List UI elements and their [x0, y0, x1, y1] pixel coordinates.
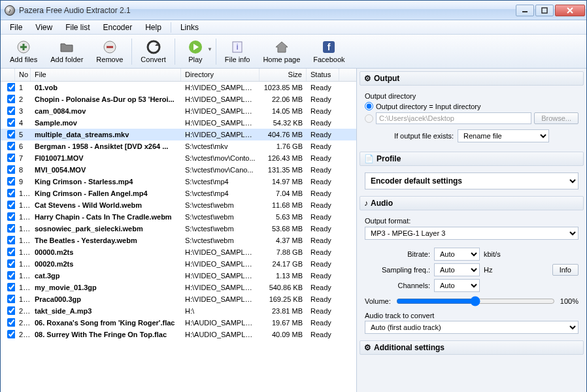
- row-no: 10: [15, 189, 31, 198]
- menu-encoder[interactable]: Encoder: [96, 22, 139, 33]
- output-section-header[interactable]: ⚙ Output: [360, 71, 584, 86]
- table-row[interactable]: 2208. Surrey With The Fringe On Top.flac…: [1, 329, 356, 340]
- home-page-button[interactable]: Home page: [256, 37, 307, 66]
- output-dir-same-radio[interactable]: [365, 102, 373, 110]
- row-checkbox[interactable]: [7, 106, 15, 115]
- browse-button[interactable]: Browse...: [534, 112, 579, 124]
- row-checkbox[interactable]: [7, 189, 15, 197]
- row-checkbox[interactable]: [7, 236, 15, 244]
- toolbar: Add filesAdd folderRemoveConvertPlay▼iFi…: [1, 35, 586, 69]
- facebook-button[interactable]: fFacebook: [307, 37, 351, 66]
- table-row[interactable]: 12Harry Chapin - Cats In The Cradle.webm…: [1, 211, 356, 223]
- output-dir-custom-radio[interactable]: [365, 114, 373, 123]
- info-button[interactable]: Info: [552, 264, 579, 276]
- table-row[interactable]: 17cat.3gpH:\VIDEO_SAMPLES\...1.13 MBRead…: [1, 270, 356, 282]
- column-no[interactable]: No: [15, 69, 31, 81]
- table-row[interactable]: 18my_movie_01.3gpH:\VIDEO_SAMPLES\...540…: [1, 282, 356, 293]
- table-row[interactable]: 4Sample.movH:\VIDEO_SAMPLES\...54.32 KBR…: [1, 117, 356, 129]
- row-checkbox[interactable]: [7, 118, 15, 127]
- play-button[interactable]: Play▼: [177, 37, 214, 66]
- table-row[interactable]: 10King Crimson - Fallen Angel.mp4S:\vcte…: [1, 188, 356, 199]
- column-checkbox[interactable]: [1, 69, 15, 81]
- row-filename: FI010071.MOV: [31, 154, 181, 163]
- convert-button[interactable]: Convert: [134, 37, 173, 66]
- row-checkbox[interactable]: [7, 330, 15, 338]
- row-checkbox[interactable]: [7, 259, 15, 268]
- add-files-button[interactable]: Add files: [3, 37, 44, 66]
- table-row[interactable]: 2Chopin - Polonaise As-Dur op 53 'Heroi.…: [1, 93, 356, 105]
- volume-slider[interactable]: [396, 296, 555, 306]
- dropdown-caret-icon[interactable]: ▼: [207, 46, 212, 52]
- row-checkbox[interactable]: [7, 295, 15, 303]
- profile-select[interactable]: Encoder default settings: [365, 172, 579, 189]
- output-exists-select[interactable]: Rename file: [458, 129, 549, 142]
- maximize-button[interactable]: [535, 5, 554, 16]
- audio-track-select[interactable]: Auto (first audio track): [365, 321, 579, 334]
- row-checkbox[interactable]: [7, 130, 15, 139]
- row-checkbox[interactable]: [7, 318, 15, 327]
- list-body[interactable]: 101.vobH:\VIDEO_SAMPLES\...1023.85 MBRea…: [1, 82, 356, 392]
- titlebar[interactable]: ♪ Pazera Free Audio Extractor 2.1: [1, 1, 586, 20]
- column-directory[interactable]: Directory: [181, 69, 260, 81]
- row-checkbox[interactable]: [7, 271, 15, 280]
- row-no: 19: [15, 295, 31, 304]
- menubar: FileViewFile listEncoderHelpLinks: [1, 20, 586, 35]
- svg-point-9: [148, 41, 159, 53]
- row-no: 11: [15, 201, 31, 210]
- table-row[interactable]: 101.vobH:\VIDEO_SAMPLES\...1023.85 MBRea…: [1, 82, 356, 93]
- table-row[interactable]: 19Praca000.3gpH:\VIDEO_SAMPLES\...169.25…: [1, 293, 356, 305]
- output-dir-path-input[interactable]: [376, 112, 531, 124]
- menu-help[interactable]: Help: [139, 22, 168, 33]
- row-checkbox[interactable]: [7, 154, 15, 162]
- sampling-freq-select[interactable]: Auto: [434, 263, 480, 276]
- column-status[interactable]: Status: [307, 69, 339, 81]
- close-button[interactable]: [555, 5, 585, 16]
- row-checkbox[interactable]: [7, 283, 15, 291]
- row-status: Ready: [307, 248, 339, 257]
- additional-section-header[interactable]: ⚙ Additional settings: [360, 340, 584, 355]
- table-row[interactable]: 9King Crimson - Starless.mp4S:\vctest\mp…: [1, 176, 356, 188]
- menu-file[interactable]: File: [3, 22, 29, 33]
- table-row[interactable]: 11Cat Stevens - Wild World.webmS:\vctest…: [1, 199, 356, 211]
- row-checkbox[interactable]: [7, 306, 15, 315]
- row-checkbox[interactable]: [7, 142, 15, 150]
- profile-section-header[interactable]: 📄 Profile: [360, 152, 584, 166]
- row-size: 14.97 MB: [260, 177, 307, 186]
- row-checkbox[interactable]: [7, 201, 15, 209]
- row-filename: 06. Roxana's Song from 'King Roger'.flac: [31, 318, 181, 327]
- menu-links[interactable]: Links: [174, 22, 205, 33]
- table-row[interactable]: 13sosnowiec_park_sielecki.webmS:\vctest\…: [1, 223, 356, 235]
- file-info-button[interactable]: iFile info: [218, 37, 257, 66]
- row-directory: S:\vctest\webm: [181, 224, 260, 233]
- column-size[interactable]: Size: [260, 69, 307, 81]
- channels-select[interactable]: Auto: [434, 279, 480, 292]
- bitrate-select[interactable]: Auto: [434, 248, 480, 261]
- row-checkbox[interactable]: [7, 165, 15, 174]
- table-row[interactable]: 14The Beatles - Yesterday.webmS:\vctest\…: [1, 235, 356, 246]
- output-format-select[interactable]: MP3 - MPEG-1 Layer 3: [365, 227, 579, 240]
- row-checkbox[interactable]: [7, 177, 15, 186]
- table-row[interactable]: 7FI010071.MOVS:\vctest\mov\Conto...126.4…: [1, 152, 356, 164]
- row-checkbox[interactable]: [7, 95, 15, 103]
- menu-view[interactable]: View: [29, 22, 59, 33]
- table-row[interactable]: 8MVI_0054.MOVS:\vctest\mov\Cano...131.35…: [1, 164, 356, 176]
- add-folder-button[interactable]: Add folder: [44, 37, 90, 66]
- row-filename: Sample.mov: [31, 118, 181, 127]
- row-checkbox[interactable]: [7, 83, 15, 91]
- table-row[interactable]: 20takt_side_A.mp3H:\23.81 MBReady: [1, 305, 356, 317]
- minimize-button[interactable]: [516, 5, 534, 16]
- row-status: Ready: [307, 142, 339, 151]
- row-checkbox[interactable]: [7, 224, 15, 233]
- table-row[interactable]: 6Bergman - 1958 - Ansiktet [DVD x264 ...…: [1, 140, 356, 152]
- remove-button[interactable]: Remove: [90, 37, 129, 66]
- column-file[interactable]: File: [31, 69, 181, 81]
- table-row[interactable]: 1600020.m2tsH:\VIDEO_SAMPLES\...24.17 GB…: [1, 258, 356, 270]
- table-row[interactable]: 5multiple_data_streams.mkvH:\VIDEO_SAMPL…: [1, 129, 356, 140]
- row-checkbox[interactable]: [7, 248, 15, 256]
- table-row[interactable]: 1500000.m2tsH:\VIDEO_SAMPLES\...7.88 GBR…: [1, 246, 356, 258]
- row-checkbox[interactable]: [7, 212, 15, 221]
- menu-file-list[interactable]: File list: [59, 22, 96, 33]
- table-row[interactable]: 3cam_0084.movH:\VIDEO_SAMPLES\...14.05 M…: [1, 105, 356, 117]
- audio-section-header[interactable]: ♪ Audio: [360, 196, 584, 210]
- table-row[interactable]: 2106. Roxana's Song from 'King Roger'.fl…: [1, 317, 356, 329]
